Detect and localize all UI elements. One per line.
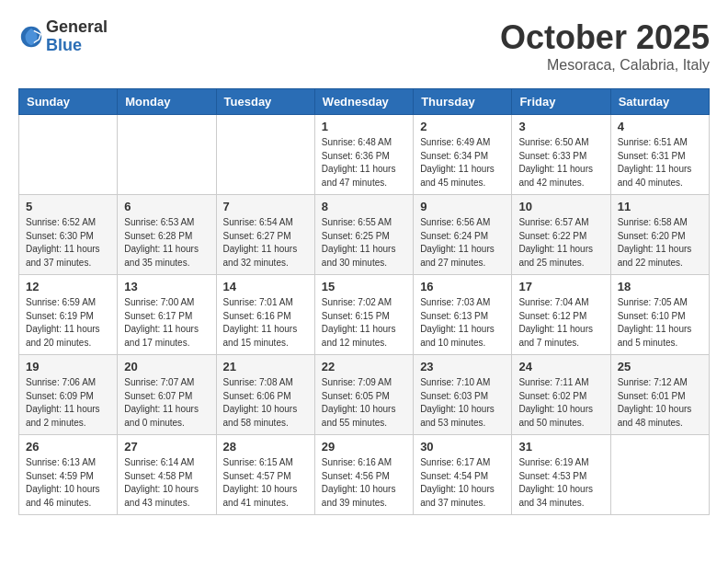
week-row-4: 19Sunrise: 7:06 AMSunset: 6:09 PMDayligh… xyxy=(19,355,710,435)
table-row: 11Sunrise: 6:58 AMSunset: 6:20 PMDayligh… xyxy=(610,195,709,275)
table-row: 4Sunrise: 6:51 AMSunset: 6:31 PMDaylight… xyxy=(610,115,709,195)
day-number: 9 xyxy=(420,200,505,213)
table-row: 18Sunrise: 7:05 AMSunset: 6:10 PMDayligh… xyxy=(610,275,709,355)
day-info: Sunrise: 6:55 AMSunset: 6:25 PMDaylight:… xyxy=(322,216,406,270)
table-row: 2Sunrise: 6:49 AMSunset: 6:34 PMDaylight… xyxy=(414,115,512,195)
day-info: Sunrise: 7:07 AMSunset: 6:07 PMDaylight:… xyxy=(124,376,209,430)
day-info: Sunrise: 6:54 AMSunset: 6:27 PMDaylight:… xyxy=(223,216,308,270)
day-info: Sunrise: 6:19 AMSunset: 4:53 PMDaylight:… xyxy=(518,456,603,510)
title-section: October 2025 Mesoraca, Calabria, Italy xyxy=(500,18,710,74)
day-number: 2 xyxy=(420,120,505,133)
calendar-table: Sunday Monday Tuesday Wednesday Thursday… xyxy=(18,88,710,515)
table-row: 29Sunrise: 6:16 AMSunset: 4:56 PMDayligh… xyxy=(314,435,413,515)
day-info: Sunrise: 6:16 AMSunset: 4:56 PMDaylight:… xyxy=(322,456,406,510)
table-row: 22Sunrise: 7:09 AMSunset: 6:05 PMDayligh… xyxy=(314,355,413,435)
day-number: 28 xyxy=(223,440,308,454)
table-row: 6Sunrise: 6:53 AMSunset: 6:28 PMDaylight… xyxy=(118,195,216,275)
table-row xyxy=(216,115,314,195)
day-number: 15 xyxy=(322,280,406,293)
day-info: Sunrise: 6:48 AMSunset: 6:36 PMDaylight:… xyxy=(322,136,406,190)
day-info: Sunrise: 6:13 AMSunset: 4:59 PMDaylight:… xyxy=(26,456,110,510)
day-number: 1 xyxy=(322,120,406,133)
table-row xyxy=(19,115,118,195)
day-number: 10 xyxy=(518,200,603,213)
day-info: Sunrise: 7:05 AMSunset: 6:10 PMDaylight:… xyxy=(618,296,702,350)
table-row: 23Sunrise: 7:10 AMSunset: 6:03 PMDayligh… xyxy=(414,355,512,435)
day-info: Sunrise: 7:12 AMSunset: 6:01 PMDaylight:… xyxy=(618,376,702,430)
day-number: 16 xyxy=(420,280,505,293)
table-row: 24Sunrise: 7:11 AMSunset: 6:02 PMDayligh… xyxy=(512,355,610,435)
day-number: 21 xyxy=(223,360,308,373)
day-number: 25 xyxy=(618,360,702,373)
table-row: 5Sunrise: 6:52 AMSunset: 6:30 PMDaylight… xyxy=(19,195,118,275)
logo-text: General Blue xyxy=(46,18,108,55)
table-row: 28Sunrise: 6:15 AMSunset: 4:57 PMDayligh… xyxy=(216,435,314,515)
day-info: Sunrise: 6:56 AMSunset: 6:24 PMDaylight:… xyxy=(420,216,505,270)
week-row-5: 26Sunrise: 6:13 AMSunset: 4:59 PMDayligh… xyxy=(19,435,710,515)
day-number: 3 xyxy=(518,120,603,133)
day-number: 24 xyxy=(518,360,603,373)
day-info: Sunrise: 6:15 AMSunset: 4:57 PMDaylight:… xyxy=(223,456,308,510)
day-info: Sunrise: 6:53 AMSunset: 6:28 PMDaylight:… xyxy=(124,216,209,270)
table-row: 9Sunrise: 6:56 AMSunset: 6:24 PMDaylight… xyxy=(414,195,512,275)
day-number: 17 xyxy=(518,280,603,293)
logo-icon xyxy=(18,24,44,50)
table-row: 19Sunrise: 7:06 AMSunset: 6:09 PMDayligh… xyxy=(19,355,118,435)
table-row: 31Sunrise: 6:19 AMSunset: 4:53 PMDayligh… xyxy=(512,435,610,515)
day-number: 8 xyxy=(322,200,406,213)
day-number: 5 xyxy=(26,200,110,213)
day-info: Sunrise: 7:10 AMSunset: 6:03 PMDaylight:… xyxy=(420,376,505,430)
header-thursday: Thursday xyxy=(414,89,512,115)
location: Mesoraca, Calabria, Italy xyxy=(500,57,710,74)
day-info: Sunrise: 7:03 AMSunset: 6:13 PMDaylight:… xyxy=(420,296,505,350)
day-number: 23 xyxy=(420,360,505,373)
day-info: Sunrise: 6:52 AMSunset: 6:30 PMDaylight:… xyxy=(26,216,110,270)
day-info: Sunrise: 7:04 AMSunset: 6:12 PMDaylight:… xyxy=(518,296,603,350)
calendar-header-row: Sunday Monday Tuesday Wednesday Thursday… xyxy=(19,89,710,115)
header-friday: Friday xyxy=(512,89,610,115)
day-info: Sunrise: 6:17 AMSunset: 4:54 PMDaylight:… xyxy=(420,456,505,510)
day-info: Sunrise: 7:08 AMSunset: 6:06 PMDaylight:… xyxy=(223,376,308,430)
table-row: 7Sunrise: 6:54 AMSunset: 6:27 PMDaylight… xyxy=(216,195,314,275)
table-row: 12Sunrise: 6:59 AMSunset: 6:19 PMDayligh… xyxy=(19,275,118,355)
day-info: Sunrise: 6:59 AMSunset: 6:19 PMDaylight:… xyxy=(26,296,110,350)
day-number: 29 xyxy=(322,440,406,454)
table-row: 14Sunrise: 7:01 AMSunset: 6:16 PMDayligh… xyxy=(216,275,314,355)
day-number: 13 xyxy=(124,280,209,293)
day-number: 18 xyxy=(618,280,702,293)
day-number: 7 xyxy=(223,200,308,213)
week-row-3: 12Sunrise: 6:59 AMSunset: 6:19 PMDayligh… xyxy=(19,275,710,355)
table-row: 21Sunrise: 7:08 AMSunset: 6:06 PMDayligh… xyxy=(216,355,314,435)
day-info: Sunrise: 6:14 AMSunset: 4:58 PMDaylight:… xyxy=(124,456,209,510)
day-number: 11 xyxy=(618,200,702,213)
day-info: Sunrise: 6:50 AMSunset: 6:33 PMDaylight:… xyxy=(518,136,603,190)
table-row: 8Sunrise: 6:55 AMSunset: 6:25 PMDaylight… xyxy=(314,195,413,275)
day-number: 6 xyxy=(124,200,209,213)
table-row: 25Sunrise: 7:12 AMSunset: 6:01 PMDayligh… xyxy=(610,355,709,435)
header-saturday: Saturday xyxy=(610,89,709,115)
table-row: 15Sunrise: 7:02 AMSunset: 6:15 PMDayligh… xyxy=(314,275,413,355)
day-info: Sunrise: 6:51 AMSunset: 6:31 PMDaylight:… xyxy=(618,136,702,190)
day-info: Sunrise: 7:06 AMSunset: 6:09 PMDaylight:… xyxy=(26,376,110,430)
day-info: Sunrise: 6:49 AMSunset: 6:34 PMDaylight:… xyxy=(420,136,505,190)
table-row: 30Sunrise: 6:17 AMSunset: 4:54 PMDayligh… xyxy=(414,435,512,515)
header-sunday: Sunday xyxy=(19,89,118,115)
day-number: 19 xyxy=(26,360,110,373)
table-row: 20Sunrise: 7:07 AMSunset: 6:07 PMDayligh… xyxy=(118,355,216,435)
table-row: 16Sunrise: 7:03 AMSunset: 6:13 PMDayligh… xyxy=(414,275,512,355)
page-header: General Blue October 2025 Mesoraca, Cala… xyxy=(18,18,710,74)
day-number: 31 xyxy=(518,440,603,454)
table-row: 27Sunrise: 6:14 AMSunset: 4:58 PMDayligh… xyxy=(118,435,216,515)
table-row xyxy=(118,115,216,195)
day-info: Sunrise: 6:57 AMSunset: 6:22 PMDaylight:… xyxy=(518,216,603,270)
table-row: 3Sunrise: 6:50 AMSunset: 6:33 PMDaylight… xyxy=(512,115,610,195)
day-number: 22 xyxy=(322,360,406,373)
day-number: 27 xyxy=(124,440,209,454)
logo-blue-text: Blue xyxy=(46,37,108,55)
table-row xyxy=(610,435,709,515)
month-title: October 2025 xyxy=(500,18,710,57)
header-tuesday: Tuesday xyxy=(216,89,314,115)
logo-general-text: General xyxy=(46,18,108,37)
week-row-2: 5Sunrise: 6:52 AMSunset: 6:30 PMDaylight… xyxy=(19,195,710,275)
day-number: 12 xyxy=(26,280,110,293)
